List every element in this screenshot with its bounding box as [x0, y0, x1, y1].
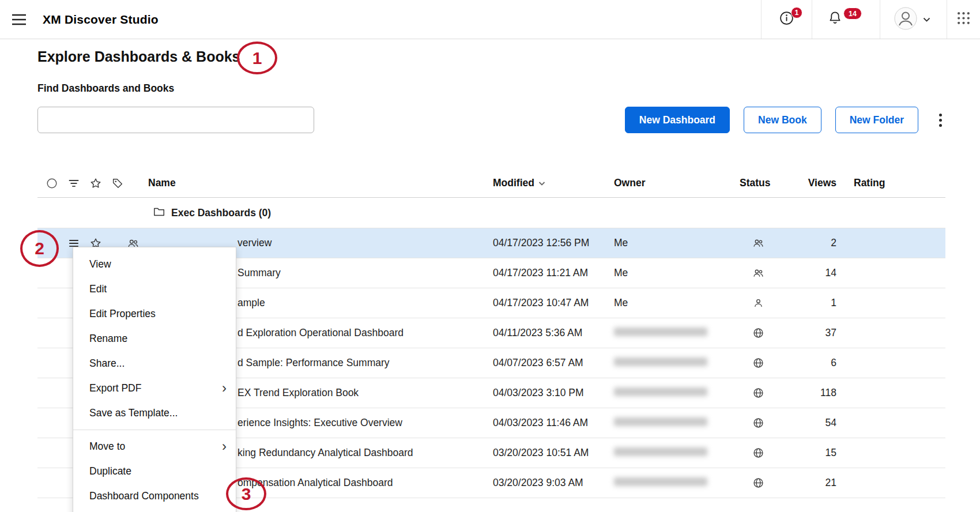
row-modified: 04/03/2023 3:10 PM: [493, 387, 614, 399]
public-globe-icon: [740, 447, 802, 459]
folder-icon: [153, 205, 165, 221]
menu-item-export-pdf[interactable]: Export PDF›: [73, 376, 236, 401]
app-title: XM Discover Studio: [43, 13, 159, 27]
shared-users-icon: [740, 237, 802, 249]
menu-item-save-as-template[interactable]: Save as Template...: [73, 401, 236, 426]
menu-item-share[interactable]: Share...: [73, 351, 236, 376]
annotation-circle-2: 2: [20, 230, 59, 267]
row-modified: 03/20/2023 10:51 AM: [493, 447, 614, 459]
public-globe-icon: [740, 387, 802, 399]
row-name[interactable]: king Redundancy Analytical Dashboard: [238, 447, 413, 458]
hamburger-menu-icon[interactable]: [12, 14, 27, 25]
find-dashboards-input[interactable]: [37, 107, 314, 133]
column-modified[interactable]: Modified: [493, 177, 614, 189]
shared-users-icon: [740, 267, 802, 279]
row-owner: Me: [614, 297, 740, 309]
filter-icon[interactable]: [67, 177, 80, 190]
menu-item-duplicate[interactable]: Duplicate: [73, 459, 236, 484]
account-menu-button[interactable]: [880, 0, 947, 39]
favorites-star-icon[interactable]: [89, 177, 102, 190]
header-right-cluster: 1 14: [761, 0, 980, 39]
app-header: XM Discover Studio 1 14: [0, 0, 980, 39]
folder-row[interactable]: Exec Dashboards (0): [37, 198, 945, 228]
submenu-arrow-icon: ›: [222, 381, 227, 395]
row-modified: 04/03/2023 11:46 AM: [493, 417, 614, 429]
owner-blurred: [614, 357, 707, 366]
column-views[interactable]: Views: [802, 177, 836, 189]
row-views: 6: [802, 357, 836, 369]
row-modified: 04/17/2023 12:56 PM: [493, 237, 614, 249]
row-views: 2: [802, 237, 836, 249]
column-name[interactable]: Name: [148, 177, 493, 189]
column-owner[interactable]: Owner: [614, 177, 740, 189]
column-rating[interactable]: Rating: [836, 177, 945, 189]
row-modified: 04/17/2023 10:47 AM: [493, 297, 614, 309]
private-user-icon: [740, 297, 802, 309]
sort-chevron-icon: [538, 177, 545, 189]
more-actions-kebab-icon[interactable]: [936, 110, 945, 130]
menu-item-view[interactable]: View: [73, 252, 236, 277]
row-views: 54: [802, 417, 836, 429]
row-name[interactable]: d Exploration Operational Dashboard: [238, 327, 404, 338]
grid-apps-icon: [956, 11, 971, 28]
row-name[interactable]: EX Trend Exploration Book: [238, 387, 359, 398]
row-context-menu: View Edit Edit Properties Rename Share..…: [73, 247, 236, 512]
menu-item-move-to[interactable]: Move to›: [73, 434, 236, 459]
folder-name: Exec Dashboards (0): [171, 207, 271, 219]
row-modified: 04/07/2023 6:57 AM: [493, 357, 614, 369]
row-views: 1: [802, 297, 836, 309]
controls-row: New Dashboard New Book New Folder: [37, 107, 945, 133]
notifications-badge: 14: [843, 7, 862, 20]
row-owner: Me: [614, 237, 740, 249]
annotation-circle-1: 1: [237, 42, 277, 74]
row-modified: 04/11/2023 5:36 AM: [493, 327, 614, 339]
notifications-button[interactable]: 14: [812, 0, 880, 39]
owner-blurred: [614, 327, 707, 336]
public-globe-icon: [740, 477, 802, 489]
chevron-down-icon: [922, 16, 931, 23]
annotation-circle-3: 3: [226, 477, 266, 510]
info-button[interactable]: 1: [761, 0, 812, 39]
menu-item-dashboard-components[interactable]: Dashboard Components: [73, 484, 236, 509]
action-buttons: New Dashboard New Book New Folder: [625, 107, 945, 133]
row-views: 118: [802, 387, 836, 399]
find-dashboards-label: Find Dashboards and Books: [37, 82, 945, 95]
owner-blurred: [614, 447, 707, 456]
public-globe-icon: [740, 357, 802, 369]
submenu-arrow-icon: ›: [222, 439, 227, 453]
row-name[interactable]: verview: [238, 237, 272, 249]
avatar: [894, 7, 917, 32]
row-views: 15: [802, 447, 836, 459]
public-globe-icon: [740, 417, 802, 429]
bell-icon: [812, 10, 843, 28]
new-folder-button[interactable]: New Folder: [835, 107, 918, 133]
row-modified: 04/17/2023 11:21 AM: [493, 267, 614, 279]
menu-item-edit[interactable]: Edit: [73, 277, 236, 302]
column-status[interactable]: Status: [740, 177, 802, 189]
owner-blurred: [614, 387, 707, 396]
menu-item-schedule[interactable]: Schedule...: [73, 509, 236, 512]
menu-divider: [73, 430, 236, 430]
owner-blurred: [614, 417, 707, 426]
menu-item-edit-properties[interactable]: Edit Properties: [73, 302, 236, 326]
table-header-row: Name Modified Owner Status Views Rating: [37, 169, 945, 198]
row-owner: Me: [614, 267, 740, 279]
row-views: 21: [802, 477, 836, 489]
public-globe-icon: [740, 327, 802, 339]
new-book-button[interactable]: New Book: [744, 107, 821, 133]
tag-icon[interactable]: [111, 177, 124, 190]
row-views: 14: [802, 267, 836, 279]
row-name[interactable]: d Sample: Performance Summary: [238, 357, 390, 368]
owner-blurred: [614, 477, 707, 486]
row-name[interactable]: erience Insights: Executive Overview: [238, 417, 402, 428]
new-dashboard-button[interactable]: New Dashboard: [625, 107, 730, 133]
row-name[interactable]: ample: [238, 297, 265, 308]
menu-item-rename[interactable]: Rename: [73, 326, 236, 351]
table-header-icons: [37, 177, 148, 190]
info-badge: 1: [791, 7, 802, 18]
row-views: 37: [802, 327, 836, 339]
row-modified: 03/20/2023 9:03 AM: [493, 477, 614, 489]
select-all-circle-icon[interactable]: [46, 177, 58, 190]
app-switcher-button[interactable]: [947, 0, 980, 39]
row-name[interactable]: Summary: [238, 267, 281, 278]
